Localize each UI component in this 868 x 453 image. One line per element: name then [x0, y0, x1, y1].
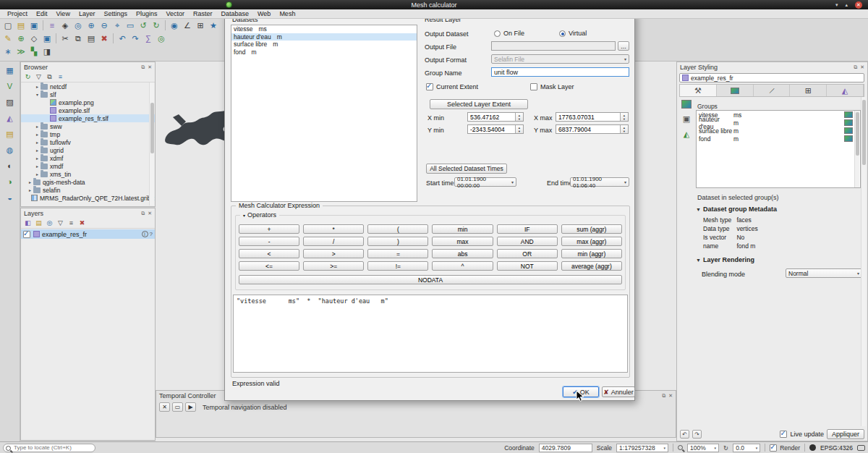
tree-item[interactable]: ▸ xmdf [21, 162, 155, 170]
checkbox-icon[interactable] [530, 83, 537, 90]
close-panel-icon[interactable]: ✕ [668, 393, 673, 399]
checkbox-checked-icon[interactable] [770, 444, 777, 452]
float-panel-icon[interactable]: ⧉ [141, 211, 145, 216]
datasets-list[interactable]: vitessems hauteur d'eaum surface librem … [231, 25, 417, 202]
expand-icon[interactable]: ▸ [34, 172, 41, 177]
add-wfs-layer-icon[interactable]: ◒ [4, 192, 16, 203]
zoom-out-icon[interactable]: ⊖ [98, 20, 110, 31]
float-panel-icon[interactable]: ⧉ [662, 393, 665, 399]
render-checkbox[interactable]: Render [770, 444, 800, 452]
locator-search[interactable] [3, 444, 95, 452]
layer-visibility-checkbox[interactable] [23, 231, 30, 238]
checkbox-checked-icon[interactable] [426, 83, 433, 90]
attribute-table-icon[interactable]: ⊞ [195, 20, 206, 31]
operator-button[interactable]: max [432, 237, 493, 246]
new-project-icon[interactable]: ▢ [2, 20, 14, 31]
color-ramp-swatch[interactable] [844, 135, 853, 142]
live-update-checkbox[interactable]: Live update [780, 431, 824, 438]
operator-button[interactable]: ) [367, 237, 428, 246]
bookmarks-icon[interactable]: ★ [208, 20, 219, 31]
save-edits-icon[interactable]: ▣ [41, 33, 53, 44]
layer-help-icon[interactable]: ? [150, 231, 153, 237]
operator-button[interactable]: max (aggr) [561, 237, 622, 246]
tab-datasets[interactable]: ⚒ [680, 85, 717, 96]
y-max-spinbox[interactable]: ▴▾ [556, 124, 629, 134]
collapse-icon[interactable]: ▾ [243, 213, 245, 218]
filter-browser-icon[interactable]: ▽ [34, 72, 43, 82]
blending-mode-combo[interactable]: Normal ▾ [786, 268, 862, 278]
vertex-tool-icon[interactable]: ◇ [28, 33, 40, 44]
menu-view[interactable]: View [52, 10, 75, 17]
tree-item[interactable]: MRMS_RadarOnly_QPE_72H.latest.grib2 [21, 194, 155, 202]
operator-button[interactable]: = [367, 249, 428, 258]
filter-legend-icon[interactable]: ▽ [56, 219, 65, 228]
operator-button[interactable]: <= [239, 261, 299, 271]
close-panel-icon[interactable]: ✕ [860, 64, 864, 70]
y-min-spinbox[interactable]: ▴▾ [467, 124, 524, 134]
close-panel-icon[interactable]: ✕ [148, 211, 152, 216]
tree-item[interactable]: ▸ ugrid [21, 146, 155, 154]
open-layer-styling-icon[interactable]: ◧ [23, 219, 33, 228]
operator-button[interactable]: ( [367, 224, 428, 234]
menu-vector[interactable]: Vector [161, 10, 189, 17]
redo-style-button[interactable]: ↷ [692, 430, 702, 439]
y-max-input[interactable] [556, 125, 619, 133]
operator-button[interactable]: < [239, 249, 299, 258]
color-ramp-swatch[interactable] [844, 111, 853, 118]
identify-features-icon[interactable]: ◉ [169, 20, 180, 31]
paste-features-icon[interactable]: ▤ [85, 33, 97, 44]
python-console-icon[interactable]: ≫ [15, 46, 27, 57]
operator-button[interactable]: NOT [497, 261, 558, 271]
undo-icon[interactable]: ↶ [116, 33, 128, 44]
radio-selected-icon[interactable] [559, 30, 566, 37]
tree-item[interactable]: ▾ slf [21, 90, 155, 98]
elevation-tab-icon[interactable]: ◭ [684, 130, 689, 139]
tree-item[interactable]: ▸ xdmf [21, 154, 155, 162]
3d-view-tab-icon[interactable]: ▣ [683, 114, 690, 124]
operator-button[interactable]: OR [497, 249, 558, 258]
operator-button[interactable]: > [303, 249, 364, 258]
style-manager-icon[interactable]: ≡ [46, 20, 58, 31]
layer-rendering-section-header[interactable]: ▼ Layer Rendering [696, 256, 754, 263]
add-raster-layer-icon[interactable]: ▨ [4, 96, 16, 108]
operator-button[interactable]: != [367, 261, 428, 271]
manage-map-themes-icon[interactable]: ◎ [45, 219, 54, 228]
dataset-item[interactable]: surface librem [231, 41, 417, 48]
symbology-tab-icon[interactable] [681, 100, 692, 109]
tree-item[interactable]: ▸ tmp [21, 130, 155, 138]
rotation-combo[interactable]: 0.0 ▾ [733, 444, 760, 452]
tree-item[interactable]: ▸ qgis-mesh-data [21, 178, 155, 186]
tab-mesh-frame[interactable]: ◭ [827, 85, 864, 96]
dataset-groups-list[interactable]: vitesse ms hauteur d'eau m surface libre… [696, 110, 861, 188]
collapse-all-icon[interactable]: ⧉ [45, 72, 54, 82]
add-postgis-layer-icon[interactable]: ◍ [4, 144, 16, 156]
expand-icon[interactable]: ▸ [27, 179, 33, 185]
nodata-button[interactable]: NODATA [239, 275, 622, 284]
expand-icon[interactable]: ▸ [34, 164, 41, 169]
temporal-navigation-off-button[interactable]: ✕ [159, 402, 170, 412]
field-calculator-icon[interactable]: ∑ [142, 33, 154, 44]
group-name-input[interactable] [491, 67, 629, 77]
zoom-native-icon[interactable]: ⌖ [111, 20, 123, 31]
operator-button[interactable]: * [303, 224, 364, 234]
menu-project[interactable]: Project [3, 10, 32, 17]
x-min-input[interactable] [468, 113, 514, 121]
y-min-input[interactable] [468, 125, 514, 133]
current-extent-checkbox[interactable]: Current Extent [426, 83, 478, 90]
operator-button[interactable]: ^ [432, 261, 493, 271]
tree-item-selected[interactable]: example_res_fr.slf [21, 114, 155, 122]
operator-button[interactable]: AND [497, 237, 558, 246]
cut-features-icon[interactable]: ✂ [59, 33, 71, 44]
group-item[interactable]: fond m [697, 135, 860, 143]
tree-item[interactable]: ▸ sww [21, 122, 155, 130]
browser-scrollbar[interactable] [149, 82, 154, 206]
tree-item[interactable]: ▸ netcdf [21, 82, 155, 90]
operator-button[interactable]: abs [432, 249, 493, 258]
expand-icon[interactable]: ▸ [34, 132, 41, 137]
expand-icon[interactable]: ▸ [34, 84, 41, 89]
tree-item[interactable]: example.slf [21, 106, 155, 114]
redo-icon[interactable]: ↷ [129, 33, 141, 44]
locator-input[interactable] [14, 444, 93, 452]
grass-tools-icon[interactable]: ▚ [28, 46, 40, 57]
operator-button[interactable]: sum (aggr) [561, 224, 622, 234]
